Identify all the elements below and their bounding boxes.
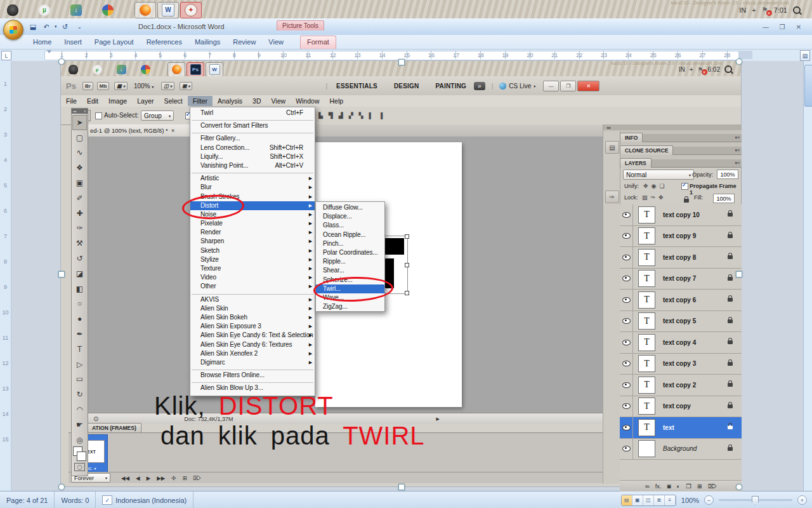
- capture-icon[interactable]: ✦: [180, 2, 202, 18]
- eraser-tool[interactable]: ◪: [72, 266, 87, 281]
- dodge-tool[interactable]: ●: [72, 311, 87, 326]
- visibility-toggle[interactable]: [620, 417, 633, 438]
- 3d-orbit-tool[interactable]: ◠: [72, 402, 87, 417]
- undo-button[interactable]: ↶: [41, 22, 51, 32]
- tab-stop-selector[interactable]: L: [1, 51, 11, 60]
- layer-thumbnail[interactable]: [638, 334, 655, 351]
- layer-thumbnail[interactable]: [638, 419, 655, 436]
- filter-menu-item[interactable]: ▶: [192, 131, 313, 133]
- picture-resize-handle[interactable]: [58, 271, 65, 277]
- firefox-icon[interactable]: [134, 2, 156, 18]
- language-indicator[interactable]: IN: [739, 6, 746, 14]
- menu-image[interactable]: Image: [103, 96, 132, 106]
- layer-row[interactable]: text copy 7: [620, 269, 742, 290]
- filter-menu-item[interactable]: Liquify... Shift+Ctrl+X ▶: [190, 152, 315, 161]
- clone-stamp-tool[interactable]: ⚒: [72, 236, 87, 251]
- path-select-tool[interactable]: ▷: [72, 357, 87, 372]
- lock-position-icon[interactable]: ✥: [658, 194, 664, 201]
- save-button[interactable]: ⬓: [28, 22, 38, 32]
- menu-3d[interactable]: 3D: [247, 96, 266, 106]
- visibility-toggle[interactable]: [620, 311, 633, 332]
- ps-minimize-button[interactable]: —: [543, 81, 559, 91]
- layer-thumbnail[interactable]: [638, 249, 655, 266]
- hand-tool[interactable]: ☛: [72, 417, 87, 432]
- panel-menu-icon[interactable]: ▾≡: [735, 161, 740, 166]
- layer-mask-icon[interactable]: ◙: [667, 483, 671, 490]
- layers-panel-tab[interactable]: LAYERS: [620, 158, 652, 168]
- visibility-toggle[interactable]: [620, 204, 633, 225]
- menu-select[interactable]: Select: [159, 96, 187, 106]
- unify-position-icon[interactable]: ✥: [643, 183, 648, 189]
- crop-tool[interactable]: ▣: [72, 175, 87, 190]
- lasso-tool[interactable]: ∿: [72, 145, 87, 161]
- word-count[interactable]: Words: 0: [55, 491, 96, 508]
- fullscreen-view-button[interactable]: ▣: [632, 495, 643, 505]
- plus-icon[interactable]: +: [690, 66, 693, 73]
- picture-resize-handle[interactable]: [58, 58, 65, 65]
- distribute-bottom-icon[interactable]: ▚: [359, 112, 363, 119]
- distribute-top-icon[interactable]: ▟: [339, 112, 343, 119]
- align-middle-icon[interactable]: ▙: [318, 112, 323, 119]
- brush-tool[interactable]: ✑: [72, 221, 87, 236]
- zoom-slider-thumb[interactable]: [752, 496, 759, 505]
- propagate-frame-checkbox[interactable]: [681, 183, 688, 190]
- toolbox-close-icon[interactable]: ✕: [84, 109, 86, 113]
- menu-window[interactable]: Window: [291, 96, 324, 106]
- new-frame-button[interactable]: ⊞: [182, 475, 187, 481]
- blur-tool[interactable]: ○: [72, 297, 87, 312]
- layer-row[interactable]: text copy 5: [620, 311, 742, 333]
- info-panel-tab[interactable]: INFO: [620, 133, 643, 142]
- tab-mailings[interactable]: Mailings: [188, 36, 226, 49]
- visibility-toggle[interactable]: [620, 354, 633, 375]
- marquee-tool[interactable]: ▢: [72, 130, 87, 145]
- layer-style-icon[interactable]: fx.: [655, 483, 662, 490]
- pen-tool[interactable]: ✒: [72, 326, 87, 342]
- layout-picker-button[interactable]: ▦▾: [114, 82, 128, 90]
- distribute-middle-icon[interactable]: ▞: [349, 112, 353, 119]
- layer-row[interactable]: Background: [620, 439, 742, 460]
- cs-live-dropdown[interactable]: CS Live▾: [499, 83, 535, 90]
- document-tab[interactable]: ed-1 @ 100% (text, RGB/8) * ✕: [87, 124, 200, 137]
- history-brush-tool[interactable]: ↺: [72, 251, 87, 266]
- scrollbar-thumb[interactable]: [804, 65, 812, 107]
- page-indicator[interactable]: Page: 4 of 21: [0, 491, 55, 508]
- filter-menu-item[interactable]: Digimarc ▶: [190, 358, 315, 367]
- layer-row[interactable]: text copy 6: [620, 290, 742, 311]
- ps-restore-button[interactable]: ❐: [560, 81, 576, 91]
- menu-analysis[interactable]: Analysis: [213, 96, 247, 106]
- distort-submenu-item[interactable]: Ocean Ripple...: [316, 231, 384, 239]
- arrange-documents-button[interactable]: ◫▾: [161, 82, 174, 90]
- layer-thumbnail[interactable]: [638, 206, 655, 224]
- photoshop-icon[interactable]: Ps: [187, 62, 204, 77]
- filter-menu-item[interactable]: ▶: [192, 171, 313, 173]
- layer-row[interactable]: text copy 4: [620, 332, 742, 354]
- menu-filter[interactable]: Filter: [188, 96, 213, 106]
- tab-insert[interactable]: Insert: [58, 36, 88, 49]
- layer-thumbnail[interactable]: [638, 355, 655, 372]
- opacity-value[interactable]: 100%: [717, 170, 738, 179]
- close-button[interactable]: ✕: [790, 23, 807, 30]
- search-icon[interactable]: [724, 65, 732, 73]
- word-icon[interactable]: W: [206, 62, 223, 77]
- layer-row[interactable]: text copy 3: [620, 354, 742, 375]
- distort-submenu-item[interactable]: Polar Coordinates...: [316, 248, 384, 257]
- print-layout-view-button[interactable]: ▤: [622, 495, 632, 505]
- transform-handle[interactable]: [405, 291, 409, 295]
- histogram-panel-icon[interactable]: ▤: [605, 141, 619, 154]
- visibility-toggle[interactable]: [620, 332, 633, 353]
- filter-menu-item[interactable]: Other ▶: [190, 282, 315, 291]
- visibility-toggle[interactable]: [620, 375, 633, 396]
- apple-icon[interactable]: [65, 63, 81, 76]
- filter-menu-item[interactable]: Alien Skin ▶: [190, 304, 315, 313]
- menu-file[interactable]: File: [61, 96, 82, 106]
- undo-dropdown-icon[interactable]: ▾: [55, 24, 57, 29]
- visibility-toggle[interactable]: [620, 290, 633, 311]
- filter-menu-item[interactable]: Stylize ▶: [190, 255, 315, 264]
- filter-menu-item[interactable]: Lens Correction... Shift+Ctrl+R ▶: [190, 144, 315, 152]
- quick-mask-button[interactable]: ◯: [74, 463, 85, 471]
- picture-resize-handle[interactable]: [398, 484, 405, 490]
- tab-home[interactable]: Home: [27, 36, 58, 49]
- background-color-swatch[interactable]: [77, 451, 86, 461]
- document-tab-close-icon[interactable]: ✕: [171, 128, 175, 133]
- play-button[interactable]: ▶: [147, 475, 151, 481]
